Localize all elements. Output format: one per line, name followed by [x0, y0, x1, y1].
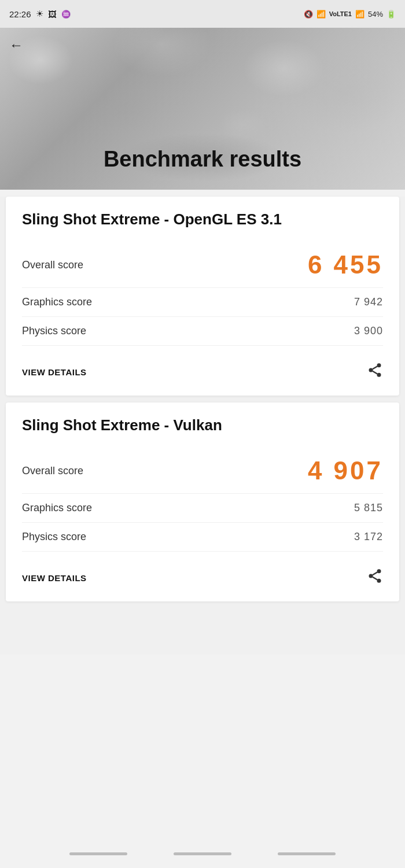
sunny-icon: ☀: [36, 9, 43, 19]
card-vulkan-footer: VIEW DETAILS: [22, 556, 383, 588]
status-bar: 22:26 ☀ 🖼 ♒ 🔇 📶 VoLTE1 📶 54% 🔋: [0, 0, 405, 28]
content-area: Sling Shot Extreme - OpenGL ES 3.1 Overa…: [0, 197, 405, 655]
graphics-label-opengl: Graphics score: [22, 296, 92, 308]
time-display: 22:26: [9, 9, 31, 19]
physics-value-vulkan: 3 172: [354, 531, 383, 543]
physics-score-row-vulkan: Physics score 3 172: [22, 523, 383, 552]
battery-display: 54%: [368, 10, 383, 19]
graphics-label-vulkan: Graphics score: [22, 502, 92, 514]
nav-pill-left: [69, 852, 127, 855]
svg-point-6: [369, 574, 373, 578]
physics-value-opengl: 3 900: [354, 325, 383, 337]
svg-line-3: [373, 371, 377, 374]
view-details-button-opengl[interactable]: VIEW DETAILS: [22, 367, 87, 377]
svg-line-8: [373, 577, 377, 580]
signal-bars-icon: 📶: [355, 10, 365, 19]
graphics-value-vulkan: 5 815: [354, 502, 383, 514]
overall-score-row-opengl: Overall score 6 455: [22, 242, 383, 288]
graphics-score-row-vulkan: Graphics score 5 815: [22, 494, 383, 523]
physics-label-opengl: Physics score: [22, 325, 86, 337]
card-vulkan-title: Sling Shot Extreme - Vulkan: [22, 416, 383, 434]
signal-text: VoLTE1: [329, 10, 352, 17]
overall-label-vulkan: Overall score: [22, 465, 83, 477]
benchmark-card-opengl: Sling Shot Extreme - OpenGL ES 3.1 Overa…: [6, 197, 399, 396]
nav-pill-right: [278, 852, 336, 855]
view-details-button-vulkan[interactable]: VIEW DETAILS: [22, 573, 87, 583]
image-icon: 🖼: [48, 9, 57, 19]
share-icon-vulkan[interactable]: [367, 568, 383, 588]
battery-icon: 🔋: [386, 10, 396, 19]
wifi-icon: 📶: [316, 10, 326, 19]
mute-icon: 🔇: [304, 10, 313, 19]
status-bar-right: 🔇 📶 VoLTE1 📶 54% 🔋: [304, 10, 396, 19]
overall-score-row-vulkan: Overall score 4 907: [22, 448, 383, 494]
share-icon-opengl[interactable]: [367, 362, 383, 382]
card-opengl-footer: VIEW DETAILS: [22, 350, 383, 382]
nav-pill-center: [174, 852, 231, 855]
benchmark-card-vulkan: Sling Shot Extreme - Vulkan Overall scor…: [6, 402, 399, 601]
page-title: Benchmark results: [104, 147, 301, 172]
overall-label-opengl: Overall score: [22, 259, 83, 271]
physics-score-row-opengl: Physics score 3 900: [22, 317, 383, 346]
graphics-value-opengl: 7 942: [354, 296, 383, 308]
graphics-score-row-opengl: Graphics score 7 942: [22, 288, 383, 317]
overall-value-opengl: 6 455: [308, 250, 383, 279]
svg-line-4: [373, 367, 377, 370]
bottom-nav: [0, 839, 405, 868]
card-opengl-title: Sling Shot Extreme - OpenGL ES 3.1: [22, 210, 383, 228]
status-bar-left: 22:26 ☀ 🖼 ♒: [9, 9, 71, 19]
back-button[interactable]: ←: [9, 37, 23, 53]
aquarius-icon: ♒: [61, 10, 71, 19]
svg-point-2: [377, 373, 381, 377]
svg-point-7: [377, 579, 381, 583]
svg-line-9: [373, 572, 377, 575]
physics-label-vulkan: Physics score: [22, 531, 86, 543]
hero-section: ← Benchmark results: [0, 28, 405, 190]
svg-point-1: [369, 368, 373, 372]
svg-point-0: [377, 364, 381, 368]
overall-value-vulkan: 4 907: [308, 456, 383, 485]
svg-point-5: [377, 570, 381, 574]
